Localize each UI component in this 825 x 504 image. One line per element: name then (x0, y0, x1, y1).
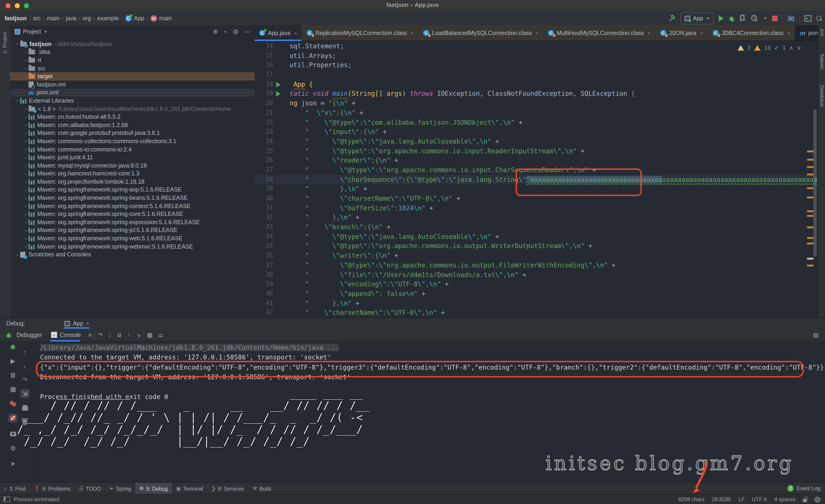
code-line-16[interactable]: 16util.Properties; (254, 61, 818, 70)
event-log-widget[interactable]: 2 Event Log (787, 482, 820, 494)
chevron-collapsed-icon[interactable]: › (23, 114, 28, 119)
chevron-collapsed-icon[interactable]: › (23, 179, 28, 184)
code-line-36[interactable]: 36 " \"writer\":{\n" + (254, 251, 818, 260)
tree-item-maven-org.projectlombok-lombok-1.16.18[interactable]: ›Maven: org.projectlombok:lombok:1.16.18 (10, 178, 254, 186)
tree-item-fastjson[interactable]: ›fastjson~/d4m1ts/java/fastjson (10, 40, 254, 48)
tree-item-maven-org.springframework-spring-web-5.1.6.release[interactable]: ›Maven: org.springframework:spring-web:5… (10, 235, 254, 243)
bottom-tab-6-problems[interactable]: ❗6: Problems (30, 483, 75, 494)
code-line-40[interactable]: 40 " \"append\": false\n" + (254, 289, 818, 299)
error-stripe-mark[interactable] (807, 243, 814, 244)
code-line-14[interactable]: 14sql.Statement; (254, 41, 818, 51)
breadcrumb-item[interactable]: fastjson (5, 15, 27, 21)
stop-button[interactable] (772, 15, 777, 21)
error-stripe-mark[interactable] (807, 166, 814, 168)
code-line-26[interactable]: 26 " \"reader\":{\n" + (254, 156, 818, 165)
chevron-collapsed-icon[interactable]: › (23, 171, 28, 176)
code-line-19[interactable]: 19tatic void main(String[] args) throws … (254, 89, 818, 98)
editor-tab-multihostmysqlconnection.class[interactable]: CMultiHostMySQLConnection.class× (543, 25, 656, 40)
breadcrumb-method[interactable]: main (159, 15, 172, 21)
tool-stripe-ant[interactable]: Ant (820, 28, 825, 36)
bottom-tab-5-debug[interactable]: ⚈5: Debug (135, 483, 172, 494)
chevron-down-icon[interactable]: ▼ (763, 16, 767, 20)
chevron-collapsed-icon[interactable]: › (23, 50, 28, 55)
chevron-collapsed-icon[interactable]: › (23, 155, 28, 160)
chevron-collapsed-icon[interactable]: › (23, 147, 28, 152)
code-line-17[interactable]: 17 (254, 70, 818, 79)
chevron-collapsed-icon[interactable]: › (23, 236, 28, 241)
editor-tab-jdbc4connection.class[interactable]: CJDBC4Connection.class× (708, 25, 795, 40)
chevron-down-icon[interactable]: ▼ (44, 29, 48, 34)
error-stripe-mark[interactable] (807, 211, 814, 212)
readonly-lock-icon[interactable] (803, 499, 807, 502)
tool-window-toggle-icon[interactable] (4, 497, 10, 502)
chevron-collapsed-icon[interactable]: › (23, 228, 28, 233)
code-line-39[interactable]: 39 " \"encoding\":\"UTF-8\",\n" + (254, 279, 818, 289)
chevron-collapsed-icon[interactable]: › (23, 195, 28, 200)
error-stripe-mark[interactable] (807, 196, 814, 198)
chevron-collapsed-icon[interactable]: › (23, 220, 28, 225)
chevron-collapsed-icon[interactable]: › (23, 203, 28, 208)
bottom-tab-8-services[interactable]: ❯8: Services (207, 483, 248, 494)
tool-stripe-database[interactable]: Database (820, 85, 825, 107)
tree-item-maven-org.hamcrest-hamcrest-core-1.3[interactable]: ›Maven: org.hamcrest:hamcrest-core:1.3 (10, 170, 254, 178)
bottom-tab-terminal[interactable]: ▣Terminal (172, 483, 207, 494)
code-line-32[interactable]: 32 " },\n" + (254, 213, 818, 222)
profiler-button[interactable] (751, 15, 759, 22)
error-stripe-mark[interactable] (807, 187, 814, 189)
search-everywhere-icon[interactable] (816, 16, 821, 21)
tab-console[interactable]: ›Console (47, 329, 86, 341)
bottom-tab-build[interactable]: ⚒Build (248, 483, 275, 494)
close-tab-icon[interactable]: × (648, 30, 651, 36)
settings-filter-icon[interactable]: ⚌ (155, 331, 166, 338)
tree-item-maven-commons-collections-commons-collections-3.1[interactable]: ›Maven: commons-collections:commons-coll… (10, 137, 254, 145)
chevron-collapsed-icon[interactable]: › (23, 58, 28, 63)
tree-item-src[interactable]: ›src (10, 65, 254, 73)
code-line-21[interactable]: 21 " \"x\":{\n" + (254, 108, 818, 117)
code-line-20[interactable]: 20ng json = "{\n" + (254, 98, 818, 108)
bottom-tab-todo[interactable]: ☰TODO (75, 483, 105, 494)
tree-item-maven-org.springframework-spring-context-5.1.6.release[interactable]: ›Maven: org.springframework:spring-conte… (10, 202, 254, 210)
tree-item-maven-org.springframework-spring-jcl-5.1.6.release[interactable]: ›Maven: org.springframework:spring-jcl:5… (10, 226, 254, 234)
bottom-tab-spring[interactable]: ❧Spring (105, 483, 135, 494)
chevron-collapsed-icon[interactable]: › (15, 252, 20, 257)
tree-item-scratches-and-consoles[interactable]: ›Scratches and Consoles (10, 251, 254, 259)
close-icon[interactable]: × (86, 320, 89, 327)
breadcrumb-item[interactable]: main (47, 15, 59, 21)
line-ending[interactable]: LF (739, 497, 745, 502)
breadcrumb-item[interactable]: src (33, 15, 41, 21)
breadcrumb-item[interactable]: org (83, 15, 91, 21)
editor-tab-json.java[interactable]: CJSON.java× (656, 25, 708, 40)
chevron-collapsed-icon[interactable]: › (23, 131, 28, 136)
tree-item-maven-com.alibaba-fastjson-1.2.68[interactable]: ›Maven: com.alibaba:fastjson:1.2.68 (10, 121, 254, 129)
error-stripe-mark[interactable] (807, 151, 814, 152)
chevron-collapsed-icon[interactable]: › (23, 106, 28, 111)
breadcrumb-class[interactable]: App (134, 15, 144, 21)
breadcrumb-item[interactable]: java (66, 15, 76, 21)
chevron-collapsed-icon[interactable]: › (23, 244, 28, 249)
tree-item-maven-org.springframework-spring-core-5.1.6.release[interactable]: ›Maven: org.springframework:spring-core:… (10, 210, 254, 218)
rerun-debug-icon[interactable] (8, 342, 17, 351)
tree-item-rt[interactable]: ›rt (10, 56, 254, 64)
code-line-25[interactable]: 25 " \"@type\":\"org.apache.commons.io.i… (254, 146, 818, 156)
layout-settings-icon[interactable]: ▤ (810, 331, 821, 338)
close-tab-icon[interactable]: × (535, 30, 538, 36)
inspection-profile-icon[interactable]: ! (814, 496, 820, 502)
code-line-15[interactable]: 15util.Arrays; (254, 51, 818, 60)
editor-tab-app.java[interactable]: CApp.java× (254, 25, 302, 40)
tree-item-external-libraries[interactable]: ›External Libraries (10, 97, 254, 105)
editor-tab-replicationmysqlconnection.class[interactable]: CReplicationMySQLConnection.class× (302, 25, 419, 40)
tab-debugger[interactable]: Debugger (12, 329, 47, 341)
close-tab-icon[interactable]: × (294, 30, 297, 36)
debug-session-tab[interactable]: App × (61, 318, 93, 329)
tree-item-maven-junit-junit-4.11[interactable]: ›Maven: junit:junit:4.11 (10, 154, 254, 162)
tree-item-maven-org.springframework-spring-expression-5.1.6.release[interactable]: ›Maven: org.springframework:spring-expre… (10, 218, 254, 226)
error-stripe-mark[interactable] (807, 215, 814, 217)
project-panel-title[interactable]: Project (23, 28, 41, 35)
tree-item--1.8-[interactable]: ›< 1.8 >/Library/Java/JavaVirtualMachine… (10, 105, 254, 113)
tree-item-maven-mysql-mysql-connector-java-8.0.19[interactable]: ›Maven: mysql:mysql-connector-java:8.0.1… (10, 162, 254, 170)
close-tab-icon[interactable]: × (787, 30, 790, 36)
run-line-icon[interactable] (273, 89, 283, 98)
error-stripe-mark[interactable] (807, 265, 814, 266)
code-line-35[interactable]: 35 " \"@type\":\"org.apache.commons.io.o… (254, 241, 818, 251)
tree-item-maven-com.google.protobuf-protobuf-java-3.6.1[interactable]: ›Maven: com.google.protobuf:protobuf-jav… (10, 129, 254, 137)
